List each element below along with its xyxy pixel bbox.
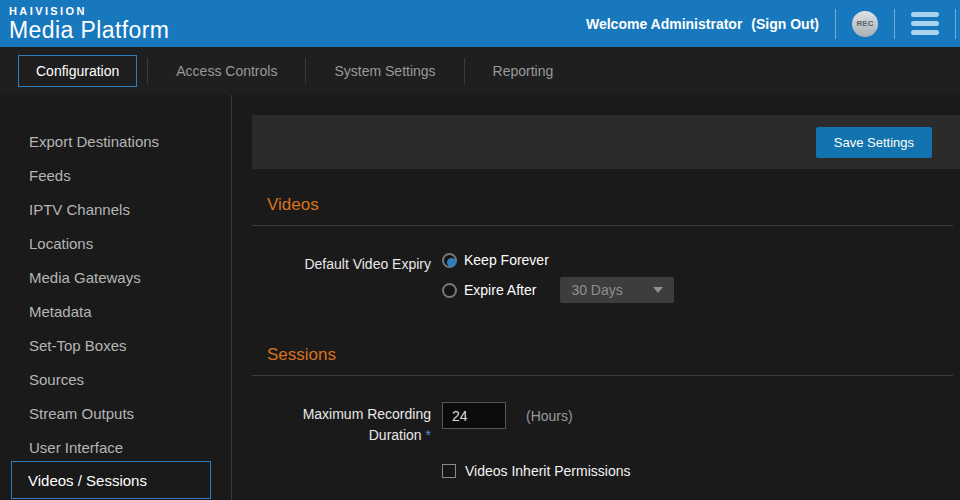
keep-forever-option: Keep Forever <box>442 252 674 268</box>
nav-divider <box>305 58 306 84</box>
topbar-divider <box>894 9 895 39</box>
save-settings-button[interactable]: Save Settings <box>816 127 932 158</box>
expire-after-dropdown-value: 30 Days <box>571 282 622 298</box>
sidebar-item-metadata[interactable]: Metadata <box>0 294 231 328</box>
sidebar-item-stream-outputs[interactable]: Stream Outputs <box>0 396 231 430</box>
keep-forever-label[interactable]: Keep Forever <box>464 252 549 268</box>
max-recording-duration-label: Maximum Recording Duration * <box>252 402 431 479</box>
tab-reporting[interactable]: Reporting <box>475 55 572 87</box>
sidebar-item-export-destinations[interactable]: Export Destinations <box>0 124 231 158</box>
expire-after-label[interactable]: Expire After <box>464 282 536 298</box>
default-video-expiry-label: Default Video Expiry <box>252 252 431 312</box>
expire-after-radio[interactable] <box>442 283 457 298</box>
sidebar-item-videos-sessions[interactable]: Videos / Sessions <box>11 461 211 499</box>
expire-after-dropdown[interactable]: 30 Days <box>560 277 674 303</box>
max-recording-duration-row: Maximum Recording Duration * (Hours) Vid… <box>252 402 960 479</box>
sidebar-item-locations[interactable]: Locations <box>0 226 231 260</box>
tab-configuration[interactable]: Configuration <box>18 55 137 87</box>
hamburger-menu-icon[interactable] <box>911 12 939 35</box>
logo-haivision-text: HAIVISION <box>9 6 169 17</box>
videos-inherit-permissions-row: Videos Inherit Permissions <box>442 463 630 479</box>
sidebar-item-feeds[interactable]: Feeds <box>0 158 231 192</box>
topbar-divider <box>835 9 836 39</box>
top-header-bar: HAIVISION Media Platform Welcome Adminis… <box>0 0 960 47</box>
section-divider <box>252 375 953 376</box>
expire-after-option: Expire After 30 Days <box>442 277 674 303</box>
topbar-divider <box>955 9 956 39</box>
videos-section-title: Videos <box>267 195 960 215</box>
welcome-text: Welcome Administrator <box>586 16 742 32</box>
nav-divider <box>147 58 148 84</box>
sidebar-item-iptv-channels[interactable]: IPTV Channels <box>0 192 231 226</box>
sidebar-item-media-gateways[interactable]: Media Gateways <box>0 260 231 294</box>
tab-access-controls[interactable]: Access Controls <box>158 55 295 87</box>
settings-content: Save Settings Videos Default Video Expir… <box>232 95 960 500</box>
haivision-logo: HAIVISION Media Platform <box>0 6 169 42</box>
sidebar-item-set-top-boxes[interactable]: Set-Top Boxes <box>0 328 231 362</box>
section-divider <box>252 225 953 226</box>
main-nav-bar: Configuration Access Controls System Set… <box>0 47 960 95</box>
nav-divider <box>464 58 465 84</box>
sidebar-item-user-interface[interactable]: User Interface <box>0 430 231 464</box>
tab-system-settings[interactable]: System Settings <box>316 55 453 87</box>
videos-inherit-permissions-checkbox[interactable] <box>442 464 456 478</box>
configuration-sidebar: Export Destinations Feeds IPTV Channels … <box>0 95 232 500</box>
rec-badge[interactable]: REC <box>852 11 878 37</box>
chevron-down-icon <box>653 287 663 293</box>
sessions-section-title: Sessions <box>267 345 960 365</box>
videos-inherit-permissions-label[interactable]: Videos Inherit Permissions <box>465 463 630 479</box>
max-recording-duration-input[interactable] <box>442 402 506 429</box>
required-asterisk: * <box>426 427 431 443</box>
hours-unit-label: (Hours) <box>526 408 573 424</box>
sign-out-link[interactable]: (Sign Out) <box>751 16 819 32</box>
page-body: Export Destinations Feeds IPTV Channels … <box>0 95 960 500</box>
logo-media-platform-text: Media Platform <box>9 19 169 42</box>
default-video-expiry-row: Default Video Expiry Keep Forever Expire… <box>252 252 960 312</box>
action-toolbar: Save Settings <box>252 115 960 169</box>
sidebar-item-sources[interactable]: Sources <box>0 362 231 396</box>
keep-forever-radio[interactable] <box>442 253 457 268</box>
